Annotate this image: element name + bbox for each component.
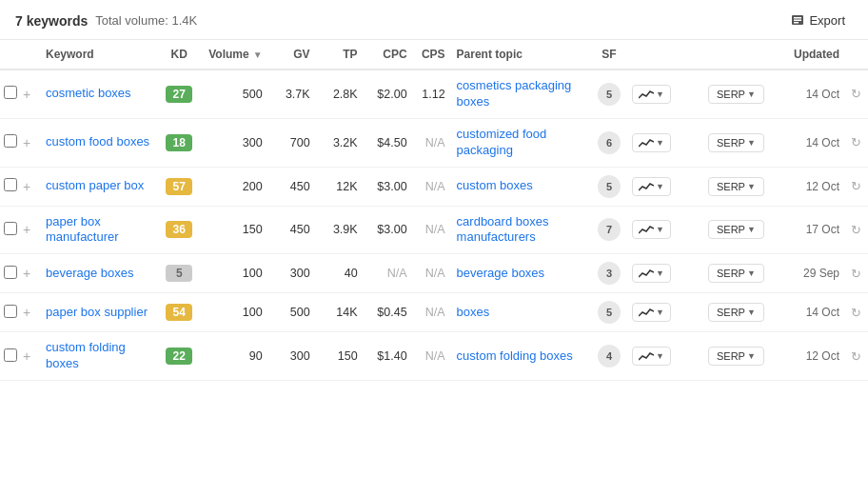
trend-button[interactable]: ▼ xyxy=(632,177,671,196)
serp-button[interactable]: SERP ▼ xyxy=(708,177,764,196)
row-add-cell[interactable]: + xyxy=(21,254,40,293)
serp-cell[interactable]: SERP ▼ xyxy=(702,293,779,332)
refresh-icon[interactable]: ↻ xyxy=(851,87,861,101)
kd-badge: 36 xyxy=(166,221,192,238)
refresh-cell[interactable]: ↻ xyxy=(845,70,868,118)
row-checkbox[interactable] xyxy=(4,222,17,235)
updated-cell: 17 Oct xyxy=(779,206,845,254)
refresh-icon[interactable]: ↻ xyxy=(851,267,861,281)
row-add-cell[interactable]: + xyxy=(21,167,40,206)
serp-cell[interactable]: SERP ▼ xyxy=(702,332,779,381)
gv-cell: 3.7K xyxy=(268,70,316,118)
row-checkbox-cell[interactable] xyxy=(0,167,21,206)
serp-button[interactable]: SERP ▼ xyxy=(708,303,764,322)
gv-cell: 700 xyxy=(268,118,316,167)
refresh-cell[interactable]: ↻ xyxy=(845,206,868,254)
serp-label: SERP xyxy=(717,350,745,362)
trend-button[interactable]: ▼ xyxy=(632,264,671,283)
table-row: + cosmetic boxes 27 500 3.7K 2.8K $2.00 … xyxy=(0,70,868,118)
parent-topic-link[interactable]: cardboard boxes manufacturers xyxy=(457,214,549,245)
row-checkbox-cell[interactable] xyxy=(0,206,21,254)
refresh-icon[interactable]: ↻ xyxy=(851,349,861,364)
row-add-cell[interactable]: + xyxy=(21,206,40,254)
add-keyword-icon[interactable]: + xyxy=(23,179,30,194)
refresh-icon[interactable]: ↻ xyxy=(851,306,861,320)
serp-button[interactable]: SERP ▼ xyxy=(708,85,764,104)
row-checkbox-cell[interactable] xyxy=(0,254,21,293)
gv-cell: 300 xyxy=(268,332,316,381)
volume-cell: 100 xyxy=(203,254,267,293)
export-button[interactable]: Export xyxy=(783,10,853,31)
keyword-link[interactable]: paper box supplier xyxy=(46,305,148,319)
keyword-link[interactable]: beverage boxes xyxy=(46,266,134,280)
trend-chart-cell[interactable]: ▼ xyxy=(626,254,702,293)
row-add-cell[interactable]: + xyxy=(21,332,40,381)
trend-chart-cell[interactable]: ▼ xyxy=(626,167,702,206)
keyword-cell: custom folding boxes xyxy=(40,332,155,381)
refresh-cell[interactable]: ↻ xyxy=(845,332,868,381)
serp-cell[interactable]: SERP ▼ xyxy=(702,118,779,167)
parent-topic-link[interactable]: custom boxes xyxy=(457,178,533,192)
row-checkbox[interactable] xyxy=(4,266,17,279)
row-checkbox-cell[interactable] xyxy=(0,332,21,381)
parent-topic-link[interactable]: cosmetics packaging boxes xyxy=(457,78,572,109)
serp-label: SERP xyxy=(717,89,745,100)
parent-topic-link[interactable]: customized food packaging xyxy=(457,127,547,157)
sf-badge: 3 xyxy=(598,262,621,285)
serp-button[interactable]: SERP ▼ xyxy=(708,264,764,283)
parent-topic-cell: cardboard boxes manufacturers xyxy=(451,206,592,254)
row-checkbox-cell[interactable] xyxy=(0,293,21,332)
add-keyword-icon[interactable]: + xyxy=(23,87,30,102)
trend-chart-cell[interactable]: ▼ xyxy=(626,118,702,167)
parent-topic-link[interactable]: boxes xyxy=(457,305,490,319)
row-checkbox-cell[interactable] xyxy=(0,118,21,167)
serp-button[interactable]: SERP ▼ xyxy=(708,133,764,152)
serp-cell[interactable]: SERP ▼ xyxy=(702,70,779,118)
add-keyword-icon[interactable]: + xyxy=(23,348,30,364)
row-checkbox-cell[interactable] xyxy=(0,70,21,118)
add-keyword-icon[interactable]: + xyxy=(23,135,30,150)
serp-cell[interactable]: SERP ▼ xyxy=(702,254,779,293)
trend-button[interactable]: ▼ xyxy=(632,133,671,152)
trend-button[interactable]: ▼ xyxy=(632,347,671,366)
trend-button[interactable]: ▼ xyxy=(632,303,671,322)
row-checkbox[interactable] xyxy=(4,178,17,191)
serp-button[interactable]: SERP ▼ xyxy=(708,220,764,239)
keyword-link[interactable]: custom paper box xyxy=(46,178,144,192)
trend-chart-cell[interactable]: ▼ xyxy=(626,206,702,254)
refresh-cell[interactable]: ↻ xyxy=(845,118,868,167)
trend-button[interactable]: ▼ xyxy=(632,220,671,239)
serp-cell[interactable]: SERP ▼ xyxy=(702,206,779,254)
keyword-link[interactable]: custom food boxes xyxy=(46,134,149,149)
row-add-cell[interactable]: + xyxy=(21,118,40,167)
serp-button[interactable]: SERP ▼ xyxy=(708,347,764,366)
parent-topic-link[interactable]: custom folding boxes xyxy=(457,348,573,363)
volume-header[interactable]: Volume ▼ xyxy=(203,40,267,70)
trend-chart-cell[interactable]: ▼ xyxy=(626,293,702,332)
parent-topic-link[interactable]: beverage boxes xyxy=(457,266,545,280)
trend-button[interactable]: ▼ xyxy=(632,85,671,104)
add-keyword-icon[interactable]: + xyxy=(23,305,30,320)
row-checkbox[interactable] xyxy=(4,86,17,99)
row-checkbox[interactable] xyxy=(4,348,17,362)
refresh-cell[interactable]: ↻ xyxy=(845,167,868,206)
row-checkbox[interactable] xyxy=(4,305,17,318)
refresh-cell[interactable]: ↻ xyxy=(845,293,868,332)
refresh-icon[interactable]: ↻ xyxy=(851,135,861,149)
keyword-link[interactable]: paper box manufacturer xyxy=(46,214,119,245)
serp-label: SERP xyxy=(717,137,745,149)
row-checkbox[interactable] xyxy=(4,134,17,148)
refresh-icon[interactable]: ↻ xyxy=(851,179,861,193)
refresh-cell[interactable]: ↻ xyxy=(845,254,868,293)
trend-chart-cell[interactable]: ▼ xyxy=(626,332,702,381)
add-keyword-icon[interactable]: + xyxy=(23,222,30,237)
trend-chart-cell[interactable]: ▼ xyxy=(626,70,702,118)
keyword-link[interactable]: cosmetic boxes xyxy=(46,86,131,100)
keyword-link[interactable]: custom folding boxes xyxy=(46,340,126,370)
refresh-icon[interactable]: ↻ xyxy=(851,223,861,237)
table-row: + beverage boxes 5 100 300 40 N/A N/A be… xyxy=(0,254,868,293)
row-add-cell[interactable]: + xyxy=(21,293,40,332)
serp-cell[interactable]: SERP ▼ xyxy=(702,167,779,206)
add-keyword-icon[interactable]: + xyxy=(23,266,30,281)
row-add-cell[interactable]: + xyxy=(21,70,40,118)
